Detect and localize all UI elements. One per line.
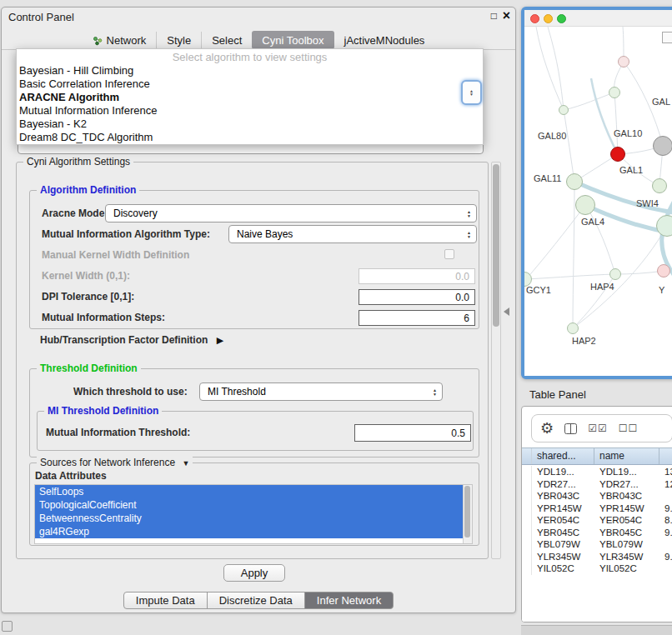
attribute-selfloops[interactable]: SelfLoops: [35, 485, 463, 498]
attribute-topologicalcoefficient[interactable]: TopologicalCoefficient: [35, 498, 463, 512]
mi-threshold-input[interactable]: 0.5: [354, 424, 471, 442]
zoom-traffic-light-icon[interactable]: [557, 14, 566, 23]
column-header-shared[interactable]: shared...: [532, 448, 594, 464]
table-row[interactable]: YBR043CYBR043C: [522, 490, 672, 502]
tab-cyni-toolbox[interactable]: Cyni Toolbox: [252, 31, 333, 49]
desktop: Control Panel □ × NetworkStyleSelectCyni…: [0, 0, 672, 635]
network-node[interactable]: [610, 147, 625, 162]
dpi-tolerance-label: DPI Tolerance [0,1]:: [42, 291, 134, 302]
network-node[interactable]: [566, 173, 583, 190]
kernel-width-input[interactable]: 0.0: [359, 268, 475, 284]
table-row[interactable]: YDL19...YDL19...13: [522, 466, 672, 478]
network-node[interactable]: [618, 56, 629, 68]
network-node[interactable]: [657, 264, 670, 278]
algorithm-dropdown-items: Bayesian - Hill ClimbingBasic Correlatio…: [17, 64, 483, 144]
cyni-settings-title: Cyni Algorithm Settings: [23, 156, 133, 168]
data-attributes-list[interactable]: SelfLoopsTopologicalCoefficientBetweenne…: [34, 484, 473, 544]
network-node-label: GAL11: [534, 173, 561, 183]
algorithm-option-dream8-dc-tdc-algorithm[interactable]: Dream8 DC_TDC Algorithm: [17, 131, 483, 144]
tab-network[interactable]: Network: [83, 32, 157, 49]
table-cell: YIL052C: [594, 562, 659, 575]
which-threshold-select[interactable]: MI Threshold ▲▼: [199, 382, 443, 401]
expand-arrow-icon[interactable]: ▶: [217, 335, 223, 345]
column-header-name[interactable]: name: [594, 448, 659, 464]
bottom-scrollbar-strip[interactable]: [521, 625, 672, 635]
panel-collapse-arrow[interactable]: [499, 308, 509, 316]
algorithm-option-bayesian-k2[interactable]: Bayesian - K2: [17, 118, 483, 131]
attribute-betweennesscentrality[interactable]: BetweennessCentrality: [35, 512, 463, 525]
tab-select[interactable]: Select: [201, 32, 252, 49]
table-row[interactable]: YPR145WYPR145W9.: [522, 502, 672, 515]
sources-title[interactable]: Sources for Network Inference ▼: [37, 457, 193, 468]
row-gutter: [522, 562, 532, 575]
table-row[interactable]: YBR045CYBR045C9.: [522, 527, 672, 539]
algorithm-option-mutual-information-inference[interactable]: Mutual Information Inference: [17, 104, 483, 118]
aracne-mode-value: Discovery: [113, 208, 158, 219]
table-cell: [659, 538, 672, 551]
table-row[interactable]: YIL052CYIL052C: [522, 562, 672, 575]
network-window-titlebar[interactable]: [524, 10, 672, 27]
mi-steps-input[interactable]: 6: [359, 310, 475, 326]
manual-kernel-checkbox[interactable]: [444, 249, 454, 259]
network-node[interactable]: [609, 268, 621, 280]
column-header-col3[interactable]: [659, 448, 672, 464]
float-window-icon[interactable]: □: [491, 10, 497, 22]
gear-icon[interactable]: ⚙: [540, 419, 554, 438]
hub-definition-label: Hub/Transcription Factor Definition: [40, 334, 208, 346]
unchecked-boxes-icon[interactable]: ☐☐: [619, 422, 639, 434]
dropdown-placeholder: Select algorithm to view settings: [17, 50, 483, 64]
table-cell: YLR345W: [532, 551, 594, 563]
chevron-updown-icon: ▲▼: [433, 388, 437, 396]
row-gutter: [522, 502, 532, 515]
network-node[interactable]: [575, 195, 595, 215]
table-panel-window: ⚙ ☑☑ ☐☐ shared...name YDL19...YDL19...13…: [521, 406, 672, 622]
algorithm-option-basic-correlation-inference[interactable]: Basic Correlation Inference: [17, 78, 483, 91]
bottom-tab-impute-data[interactable]: Impute Data: [123, 592, 208, 609]
table-row[interactable]: YDR27...YDR27...12: [522, 478, 672, 491]
network-node[interactable]: [567, 322, 579, 334]
aracne-mode-select[interactable]: Discovery ▲▼: [105, 204, 477, 222]
network-node[interactable]: [609, 87, 620, 98]
algorithm-combo-stepper[interactable]: ▲▼: [461, 80, 482, 105]
bottom-tab-infer-network[interactable]: Infer Network: [304, 592, 394, 609]
checked-boxes-icon[interactable]: ☑☑: [588, 422, 608, 434]
tab-style[interactable]: Style: [156, 32, 201, 49]
table-row[interactable]: YBL079WYBL079W: [522, 538, 672, 551]
dpi-tolerance-input[interactable]: 0.0: [359, 289, 475, 305]
which-threshold-label: Which threshold to use:: [73, 386, 188, 398]
attribute-gal4rgexp[interactable]: gal4RGexp: [35, 525, 463, 538]
mi-algorithm-type-select[interactable]: Naive Bayes ▲▼: [228, 225, 477, 243]
table-cell: YER054C: [532, 514, 594, 527]
apply-button[interactable]: Apply: [223, 564, 285, 582]
table-cell: 9.: [659, 502, 672, 515]
tab-label: Select: [212, 34, 242, 47]
network-node[interactable]: [653, 136, 672, 156]
network-node-label: GCY1: [526, 285, 551, 295]
network-node[interactable]: [559, 105, 569, 115]
minimized-panel-icon[interactable]: [2, 621, 13, 632]
minimize-traffic-light-icon[interactable]: [544, 14, 553, 23]
columns-icon[interactable]: [564, 423, 577, 434]
table-row[interactable]: YLR345WYLR345W9.: [522, 551, 672, 563]
attributes-scrollbar[interactable]: [463, 485, 472, 543]
collapse-arrow-icon[interactable]: ▼: [182, 459, 189, 468]
algorithm-option-bayesian-hill-climbing[interactable]: Bayesian - Hill Climbing: [17, 64, 483, 78]
data-attributes-label: Data Attributes: [35, 470, 107, 482]
control-panel-title: Control Panel: [8, 11, 74, 23]
network-node[interactable]: [656, 215, 672, 237]
network-canvas[interactable]: GALGAL80GAL10GAL11GAL1SWI4GAL4GCY1HAP4YH…: [524, 27, 672, 376]
tab-jactivemnodules[interactable]: jActiveMNodules: [334, 32, 435, 49]
table-row[interactable]: YER054CYER054C8.: [522, 514, 672, 527]
close-traffic-light-icon[interactable]: [530, 14, 539, 23]
close-window-icon[interactable]: ×: [503, 8, 510, 23]
table-toolbar: ⚙ ☑☑ ☐☐: [531, 414, 672, 442]
control-panel-titlebar[interactable]: Control Panel □ ×: [2, 8, 515, 26]
bottom-tab-discretize-data[interactable]: Discretize Data: [207, 592, 305, 609]
canvas-scrollbar-button[interactable]: [662, 32, 672, 43]
chevron-updown-icon: ▲▼: [469, 89, 474, 96]
algorithm-option-aracne-algorithm[interactable]: ARACNE Algorithm: [17, 91, 483, 104]
hub-definition-toggle[interactable]: Hub/Transcription Factor Definition ▶: [40, 334, 223, 346]
algorithm-definition-group: Algorithm Definition Aracne Mode: Discov…: [29, 190, 479, 329]
settings-scrollbar[interactable]: [491, 162, 501, 559]
network-node[interactable]: [652, 178, 667, 193]
